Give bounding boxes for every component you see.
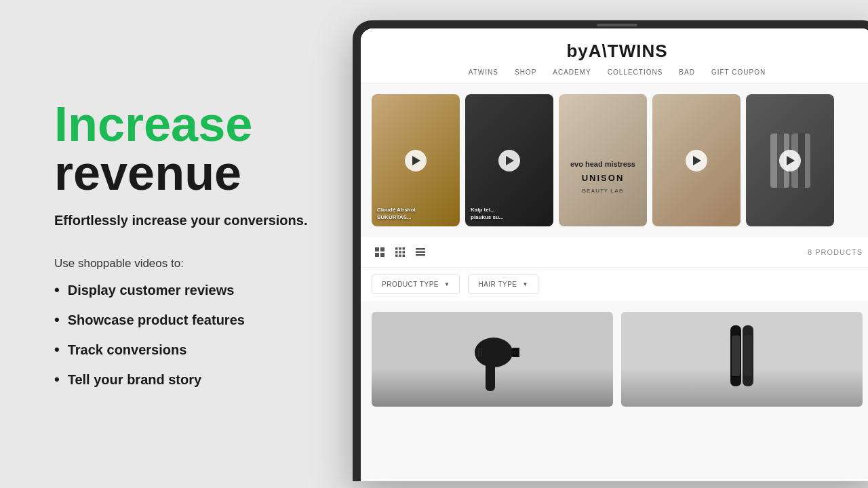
tablet-camera — [597, 24, 637, 26]
headline-green: Increase — [54, 97, 252, 151]
nav-collections[interactable]: COLLECTIONS — [608, 68, 663, 76]
svg-rect-6 — [403, 247, 406, 250]
video-strip: Cloudé AirshotSUKURTAS... Kaip tei...pla… — [361, 83, 868, 237]
product-card-2[interactable] — [621, 312, 863, 407]
play-btn-1[interactable] — [405, 150, 427, 171]
svg-rect-15 — [416, 254, 425, 256]
tablet-frame: byA\TWINS ATWINS SHOP ACADEMY COLLECTION… — [353, 20, 868, 481]
filter-product-type-label: PRODUCT TYPE — [382, 281, 439, 288]
svg-rect-18 — [511, 348, 519, 357]
svg-rect-9 — [403, 251, 406, 253]
play-btn-5[interactable] — [779, 150, 801, 171]
grid-3-icon[interactable] — [392, 244, 408, 260]
left-panel: Increase revenue Effortlessly increase y… — [0, 0, 353, 488]
svg-rect-5 — [399, 247, 401, 250]
filter-product-type[interactable]: PRODUCT TYPE ▼ — [372, 274, 460, 294]
video-thumb-3[interactable]: evo head mistress UNISON BEAUTY LAB — [559, 94, 647, 226]
video-label-1: Cloudé AirshotSUKURTAS... — [377, 207, 454, 221]
website: byA\TWINS ATWINS SHOP ACADEMY COLLECTION… — [361, 28, 868, 481]
right-panel: byA\TWINS ATWINS SHOP ACADEMY COLLECTION… — [353, 0, 868, 488]
site-logo: byA\TWINS — [566, 41, 667, 62]
svg-rect-3 — [380, 253, 384, 257]
svg-rect-10 — [395, 255, 398, 258]
subheadline: Effortlessly increase your conversions. — [54, 211, 312, 230]
svg-rect-0 — [375, 247, 379, 251]
filters-row: PRODUCT TYPE ▼ HAIR TYPE ▼ — [361, 268, 868, 301]
nav-atwins[interactable]: ATWINS — [469, 68, 498, 76]
video-label-3: evo head mistress UNISON BEAUTY LAB — [569, 159, 637, 195]
svg-rect-24 — [744, 336, 752, 376]
video-thumb-5[interactable] — [746, 94, 834, 226]
svg-rect-7 — [395, 251, 398, 253]
video-label-2: Kaip tei...plaukus su... — [471, 207, 548, 221]
filter-hair-type-label: HAIR TYPE — [478, 281, 517, 288]
bullet-item-4: Tell your brand story — [54, 371, 312, 388]
use-label: Use shoppable videos to: — [54, 257, 312, 270]
video-thumb-1[interactable]: Cloudé AirshotSUKURTAS... — [372, 94, 460, 226]
svg-rect-12 — [403, 255, 406, 258]
svg-rect-2 — [375, 253, 379, 257]
video-thumb-4[interactable] — [652, 94, 741, 226]
nav-shop[interactable]: SHOP — [515, 68, 536, 76]
site-nav: ATWINS SHOP ACADEMY COLLECTIONS BAD GIFT… — [469, 68, 766, 76]
straightener-image — [725, 322, 759, 396]
bullet-item-3: Track conversions — [54, 341, 312, 359]
hairdryer-image — [465, 322, 519, 396]
tablet-mockup: byA\TWINS ATWINS SHOP ACADEMY COLLECTION… — [353, 20, 868, 481]
play-btn-4[interactable] — [686, 150, 707, 171]
svg-rect-23 — [732, 336, 740, 376]
products-count: 8 PRODUCTS — [808, 248, 863, 256]
play-btn-2[interactable] — [498, 150, 520, 171]
svg-rect-11 — [399, 255, 401, 258]
nav-academy[interactable]: ACADEMY — [553, 68, 591, 76]
product-card-1[interactable] — [372, 312, 613, 407]
svg-rect-1 — [380, 247, 384, 251]
chevron-down-icon-1: ▼ — [444, 281, 450, 287]
list-icon[interactable] — [412, 244, 429, 260]
svg-rect-13 — [416, 248, 425, 250]
main-headline: Increase revenue — [54, 100, 312, 197]
svg-rect-8 — [399, 251, 401, 253]
nav-bad[interactable]: BAD — [679, 68, 695, 76]
view-icons — [372, 244, 429, 260]
video-thumb-2[interactable]: Kaip tei...plaukus su... — [465, 94, 553, 226]
bullet-list: Display customer reviews Showcase produc… — [54, 281, 312, 388]
bullet-item-1: Display customer reviews — [54, 281, 312, 299]
filter-hair-type[interactable]: HAIR TYPE ▼ — [468, 274, 538, 294]
chevron-down-icon-2: ▼ — [523, 281, 528, 287]
site-header: byA\TWINS ATWINS SHOP ACADEMY COLLECTION… — [361, 28, 868, 83]
bullet-item-2: Showcase product features — [54, 311, 312, 329]
svg-rect-17 — [486, 363, 495, 391]
headline-dark: revenue — [54, 146, 241, 200]
tablet-screen: byA\TWINS ATWINS SHOP ACADEMY COLLECTION… — [361, 28, 868, 481]
svg-point-16 — [475, 338, 513, 367]
grid-2-icon[interactable] — [372, 244, 388, 260]
svg-rect-4 — [395, 247, 398, 250]
toolbar-row: 8 PRODUCTS — [361, 237, 868, 268]
nav-gift-coupon[interactable]: GIFT COUPON — [711, 68, 766, 76]
svg-rect-14 — [416, 251, 425, 253]
products-row — [361, 301, 868, 481]
